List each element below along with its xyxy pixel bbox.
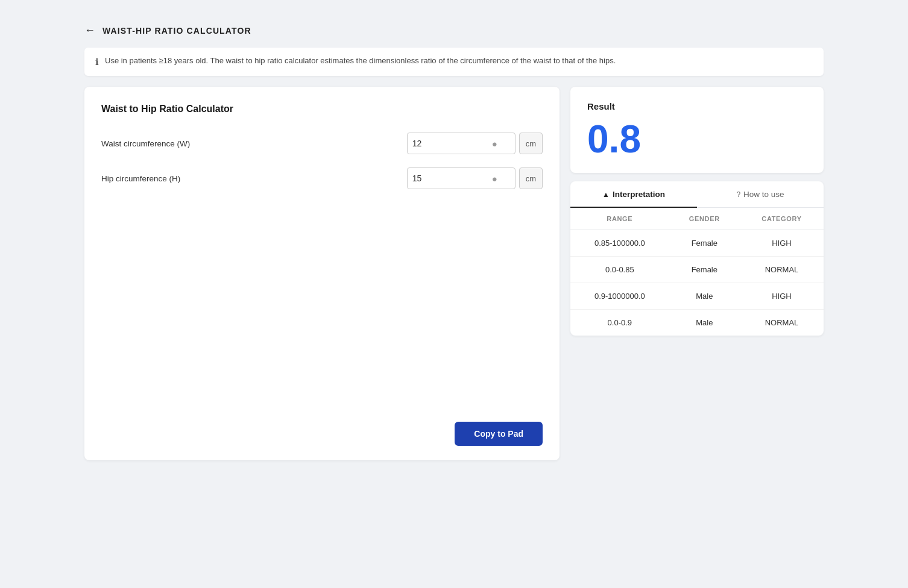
waist-field-row: Waist circumference (W) ● cm	[101, 133, 543, 154]
result-panel: Result 0.8 ▲ Interpretation ? How to use…	[570, 87, 824, 460]
waist-input-wrapper: ●	[407, 133, 515, 154]
col-range: RANGE	[570, 208, 669, 230]
table-row: 0.0-0.85 Female NORMAL	[570, 257, 824, 283]
interpretation-table: RANGE GENDER CATEGORY 0.85-100000.0 Fema…	[570, 208, 824, 336]
result-label: Result	[587, 101, 807, 111]
back-button[interactable]: ←	[84, 24, 95, 37]
waist-input[interactable]	[412, 139, 491, 148]
cell-range: 0.0-0.85	[570, 257, 669, 283]
hip-clear-button[interactable]: ●	[491, 174, 499, 184]
cell-range: 0.0-0.9	[570, 310, 669, 336]
waist-input-group: ● cm	[407, 133, 543, 154]
calculator-title: Waist to Hip Ratio Calculator	[101, 104, 543, 114]
tab-interpretation[interactable]: ▲ Interpretation	[570, 181, 697, 207]
waist-clear-button[interactable]: ●	[491, 139, 499, 149]
page-title: WAIST-HIP RATIO CALCULATOR	[102, 26, 251, 36]
result-card: Result 0.8	[570, 87, 824, 173]
how-to-use-tab-icon: ?	[736, 190, 740, 199]
table-row: 0.0-0.9 Male NORMAL	[570, 310, 824, 336]
cell-category: HIGH	[740, 283, 824, 310]
copy-to-pad-button[interactable]: Copy to Pad	[455, 422, 543, 446]
cell-gender: Male	[669, 283, 740, 310]
interpretation-tab-label: Interpretation	[613, 190, 665, 199]
info-icon: ℹ	[95, 57, 99, 67]
cell-category: NORMAL	[740, 310, 824, 336]
waist-label: Waist circumference (W)	[101, 139, 407, 148]
page-header: ← WAIST-HIP RATIO CALCULATOR	[84, 24, 824, 37]
main-content: Waist to Hip Ratio Calculator Waist circ…	[84, 87, 824, 460]
hip-unit: cm	[519, 167, 543, 189]
cell-category: HIGH	[740, 230, 824, 257]
cell-category: NORMAL	[740, 257, 824, 283]
cell-gender: Female	[669, 257, 740, 283]
hip-field-row: Hip circumference (H) ● cm	[101, 167, 543, 189]
hip-input[interactable]	[412, 174, 491, 183]
interpretation-card: ▲ Interpretation ? How to use RANGE GEND…	[570, 181, 824, 336]
how-to-use-tab-label: How to use	[743, 190, 784, 199]
interpretation-tab-icon: ▲	[602, 190, 610, 199]
tab-bar: ▲ Interpretation ? How to use	[570, 181, 824, 208]
table-row: 0.85-100000.0 Female HIGH	[570, 230, 824, 257]
cell-gender: Female	[669, 230, 740, 257]
table-row: 0.9-1000000.0 Male HIGH	[570, 283, 824, 310]
hip-input-wrapper: ●	[407, 167, 515, 189]
hip-label: Hip circumference (H)	[101, 174, 407, 183]
cell-range: 0.9-1000000.0	[570, 283, 669, 310]
result-value: 0.8	[587, 120, 807, 158]
calculator-panel: Waist to Hip Ratio Calculator Waist circ…	[84, 87, 560, 460]
info-text: Use in patients ≥18 years old. The waist…	[105, 56, 616, 65]
col-category: CATEGORY	[740, 208, 824, 230]
hip-input-group: ● cm	[407, 167, 543, 189]
cell-range: 0.85-100000.0	[570, 230, 669, 257]
waist-unit: cm	[519, 133, 543, 154]
cell-gender: Male	[669, 310, 740, 336]
tab-how-to-use[interactable]: ? How to use	[697, 181, 824, 207]
col-gender: GENDER	[669, 208, 740, 230]
info-banner: ℹ Use in patients ≥18 years old. The wai…	[84, 48, 824, 76]
